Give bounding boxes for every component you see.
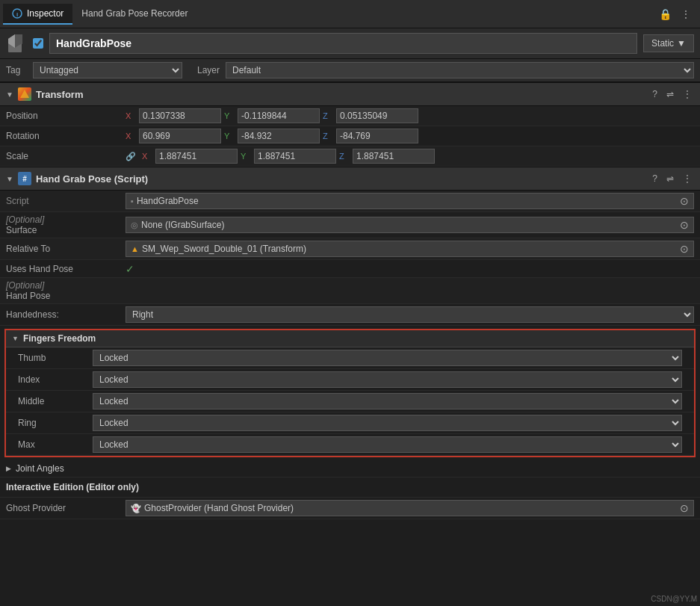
rot-z-label: Z bbox=[323, 132, 333, 140]
ff-ring-label: Ring bbox=[18, 418, 93, 428]
relative-to-field: ▲ SM_Wep_Sword_Double_01 (Transform) ⊙ bbox=[126, 241, 694, 257]
scale-y-input[interactable]: 1.887451 bbox=[254, 149, 336, 164]
script-section-header: ▼ # Hand Grab Pose (Script) ? ⇌ ⋮ bbox=[0, 167, 700, 191]
transform-title: Transform bbox=[36, 89, 645, 100]
watermark: CSDN@YY.M bbox=[651, 595, 697, 603]
scale-link-icon: 🔗 bbox=[126, 152, 136, 161]
transform-more-btn[interactable]: ⋮ bbox=[681, 88, 694, 100]
scale-y-label: Y bbox=[241, 152, 251, 161]
interactive-edition-title: Interactive Edition (Editor only) bbox=[6, 482, 139, 492]
static-button[interactable]: Static ▼ bbox=[643, 34, 694, 52]
ff-index-select[interactable]: Locked bbox=[93, 371, 682, 388]
interactive-edition-header: Interactive Edition (Editor only) bbox=[0, 477, 700, 498]
uses-hand-pose-row: Uses Hand Pose ✓ bbox=[0, 260, 700, 278]
surface-ref-field: ◎ None (IGrabSurface) ⊙ bbox=[126, 217, 694, 233]
ff-max-select[interactable]: Locked bbox=[93, 436, 682, 453]
optional-surface-row: [Optional] Surface ◎ None (IGrabSurface)… bbox=[0, 212, 700, 238]
ff-ring-select[interactable]: Locked bbox=[93, 415, 682, 431]
pos-x-input[interactable]: 0.1307338 bbox=[139, 108, 221, 123]
object-name-input[interactable]: HandGrabPose bbox=[49, 33, 637, 54]
uses-hand-pose-label: Uses Hand Pose bbox=[6, 264, 126, 274]
ghost-provider-row: Ghost Provider 👻 GhostProvider (Hand Gho… bbox=[0, 498, 700, 519]
script-field-label: Script bbox=[6, 196, 126, 206]
ghost-provider-ref-btn[interactable]: ⊙ bbox=[680, 502, 689, 514]
surface-icon: ◎ bbox=[131, 220, 138, 230]
rot-x-label: X bbox=[126, 132, 136, 140]
ff-ring-row: Ring Locked bbox=[6, 412, 694, 434]
scale-label: Scale bbox=[6, 151, 126, 161]
tag-select[interactable]: Untagged bbox=[33, 62, 182, 78]
optional-label: [Optional] Surface bbox=[6, 214, 126, 235]
transform-icon bbox=[18, 87, 31, 101]
tab-inspector-label: Inspector bbox=[27, 8, 64, 19]
tab-inspector[interactable]: i Inspector bbox=[3, 4, 72, 25]
script-title: Hand Grab Pose (Script) bbox=[36, 173, 645, 185]
handedness-row: Handedness: Right bbox=[0, 304, 700, 326]
fingers-freedom-section: ▼ Fingers Freedom Thumb Locked Index Loc… bbox=[4, 329, 696, 457]
ff-max-label: Max bbox=[18, 439, 93, 450]
rot-z-input[interactable]: -84.769 bbox=[336, 129, 418, 143]
handedness-select[interactable]: Right bbox=[126, 306, 694, 323]
rotation-label: Rotation bbox=[6, 131, 126, 141]
scale-row: Scale 🔗 X 1.887451 Y 1.887451 Z 1.887451 bbox=[0, 146, 700, 167]
more-btn[interactable]: ⋮ bbox=[678, 7, 694, 22]
rot-x-input[interactable]: 60.969 bbox=[139, 129, 221, 143]
script-icon: # bbox=[18, 172, 31, 185]
ff-title: Fingers Freedom bbox=[23, 333, 96, 344]
scale-x-input[interactable]: 1.887451 bbox=[155, 149, 238, 164]
tab-hand-grab[interactable]: Hand Grab Pose Recorder bbox=[72, 4, 196, 25]
transform-chevron[interactable]: ▼ bbox=[6, 90, 13, 99]
transform-actions: ? ⇌ ⋮ bbox=[650, 88, 694, 100]
layer-label: Layer bbox=[197, 65, 220, 75]
svg-marker-6 bbox=[20, 90, 29, 98]
joint-angles-row: ▶ Joint Angles bbox=[0, 460, 700, 477]
object-active-checkbox[interactable] bbox=[33, 38, 43, 49]
rot-y-label: Y bbox=[224, 132, 235, 140]
ff-thumb-row: Thumb Locked bbox=[6, 347, 694, 369]
transform-settings-btn[interactable]: ⇌ bbox=[664, 88, 676, 100]
script-help-btn[interactable]: ? bbox=[650, 173, 660, 185]
tab-bar: i Inspector Hand Grab Pose Recorder 🔒 ⋮ bbox=[0, 0, 700, 28]
ff-thumb-label: Thumb bbox=[18, 353, 93, 363]
surface-ref-btn[interactable]: ⊙ bbox=[680, 219, 689, 231]
joint-angles-chevron[interactable]: ▶ bbox=[6, 465, 11, 472]
script-ref-btn[interactable]: ⊙ bbox=[680, 195, 689, 207]
position-row: Position X 0.1307338 Y -0.1189844 Z 0.05… bbox=[0, 106, 700, 126]
pos-y-input[interactable]: -0.1189844 bbox=[238, 108, 320, 123]
pos-z-input[interactable]: 0.05135049 bbox=[336, 108, 418, 123]
ff-index-row: Index Locked bbox=[6, 369, 694, 391]
relative-to-value: SM_Wep_Sword_Double_01 (Transform) bbox=[142, 244, 306, 254]
relative-to-label: Relative To bbox=[6, 244, 126, 254]
script-settings-btn[interactable]: ⇌ bbox=[664, 173, 676, 185]
ff-middle-select[interactable]: Locked bbox=[93, 393, 682, 409]
ff-thumb-select[interactable]: Locked bbox=[93, 350, 682, 366]
static-label: Static bbox=[651, 38, 674, 49]
ff-chevron[interactable]: ▼ bbox=[12, 335, 19, 342]
ff-header: ▼ Fingers Freedom bbox=[6, 330, 694, 347]
relative-to-icon: ▲ bbox=[131, 244, 139, 253]
object-cube-icon bbox=[6, 33, 27, 54]
ghost-icon: 👻 bbox=[131, 504, 141, 513]
rotation-row: Rotation X 60.969 Y -84.932 Z -84.769 bbox=[0, 126, 700, 146]
transform-section-header: ▼ Transform ? ⇌ ⋮ bbox=[0, 82, 700, 106]
ff-middle-row: Middle Locked bbox=[6, 391, 694, 412]
lock-btn[interactable]: 🔒 bbox=[656, 7, 675, 22]
script-chevron[interactable]: ▼ bbox=[6, 175, 13, 183]
relative-to-ref-btn[interactable]: ⊙ bbox=[680, 243, 689, 255]
script-ref-icon: ▪ bbox=[131, 197, 134, 205]
pos-z-label: Z bbox=[323, 111, 333, 120]
position-values: X 0.1307338 Y -0.1189844 Z 0.05135049 bbox=[126, 108, 694, 123]
uses-hand-pose-check: ✓ bbox=[126, 263, 134, 275]
script-more-btn[interactable]: ⋮ bbox=[681, 173, 694, 185]
ghost-provider-value: GhostProvider (Hand Ghost Provider) bbox=[144, 503, 294, 513]
position-label: Position bbox=[6, 111, 126, 121]
rot-y-input[interactable]: -84.932 bbox=[238, 129, 320, 143]
scale-values: 🔗 X 1.887451 Y 1.887451 Z 1.887451 bbox=[126, 149, 694, 164]
transform-help-btn[interactable]: ? bbox=[650, 88, 660, 100]
script-actions: ? ⇌ ⋮ bbox=[650, 173, 694, 185]
layer-select[interactable]: Default bbox=[226, 62, 694, 78]
relative-to-row: Relative To ▲ SM_Wep_Sword_Double_01 (Tr… bbox=[0, 238, 700, 260]
scale-z-input[interactable]: 1.887451 bbox=[353, 149, 435, 164]
pos-y-label: Y bbox=[224, 111, 235, 120]
handedness-label: Handedness: bbox=[6, 309, 126, 320]
